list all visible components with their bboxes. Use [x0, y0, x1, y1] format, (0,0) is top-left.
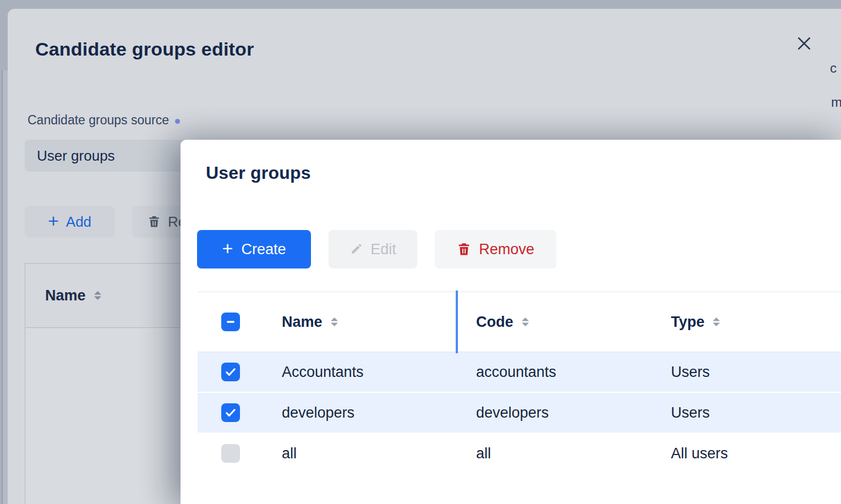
trash-icon: [457, 242, 471, 256]
row-checkbox-cell: [198, 403, 282, 422]
cell-type: Users: [651, 404, 841, 421]
cell-type: Users: [651, 364, 841, 381]
column-header-name[interactable]: Name: [282, 314, 456, 331]
cell-code: developers: [456, 404, 651, 421]
table-header-row: Name Code Type: [198, 292, 841, 352]
user-groups-dialog: User groups + Create Edit Remove: [181, 140, 841, 504]
row-checkbox[interactable]: [221, 403, 240, 422]
sort-arrows-icon: [330, 316, 339, 328]
select-all-cell: [198, 313, 282, 331]
edit-button-label: Edit: [370, 241, 396, 258]
table-row[interactable]: developers developers Users: [198, 393, 841, 434]
row-checkbox[interactable]: [221, 363, 240, 381]
column-header-code[interactable]: Code: [456, 314, 651, 331]
select-all-checkbox[interactable]: [221, 313, 240, 331]
cell-name: all: [282, 445, 456, 462]
row-checkbox-cell: [198, 444, 282, 463]
pencil-icon: [349, 243, 363, 256]
create-button[interactable]: + Create: [197, 230, 311, 269]
checkmark-icon: [224, 365, 237, 379]
column-header-label: Type: [671, 314, 705, 331]
table-row[interactable]: all all All users: [198, 434, 841, 474]
cell-code: accountants: [456, 364, 651, 381]
screen: Candidate groups editor Candidate groups…: [0, 0, 841, 504]
table-row[interactable]: Accountants accountants Users: [198, 352, 841, 393]
dialog-title: User groups: [206, 163, 311, 183]
cell-code: all: [456, 445, 651, 462]
edit-button[interactable]: Edit: [329, 230, 417, 269]
row-checkbox[interactable]: [221, 444, 240, 463]
indeterminate-icon: [224, 315, 237, 328]
column-header-label: Code: [476, 314, 514, 331]
sort-arrows-icon: [521, 316, 530, 328]
dialog-action-bar: + Create Edit Remove: [197, 230, 556, 269]
plus-icon: +: [222, 239, 233, 258]
remove-button-label: Remove: [479, 241, 534, 258]
checkmark-icon: [224, 406, 237, 419]
cell-name: developers: [282, 404, 456, 421]
create-button-label: Create: [241, 241, 286, 258]
row-checkbox-cell: [198, 363, 282, 381]
cell-name: Accountants: [282, 364, 456, 381]
column-resize-handle[interactable]: [456, 291, 458, 353]
remove-button[interactable]: Remove: [435, 230, 556, 269]
sort-arrows-icon: [712, 316, 721, 328]
column-header-type[interactable]: Type: [651, 314, 841, 331]
cell-type: All users: [651, 445, 841, 462]
column-header-label: Name: [282, 314, 323, 331]
user-groups-table: Name Code Type Ac: [198, 292, 841, 474]
